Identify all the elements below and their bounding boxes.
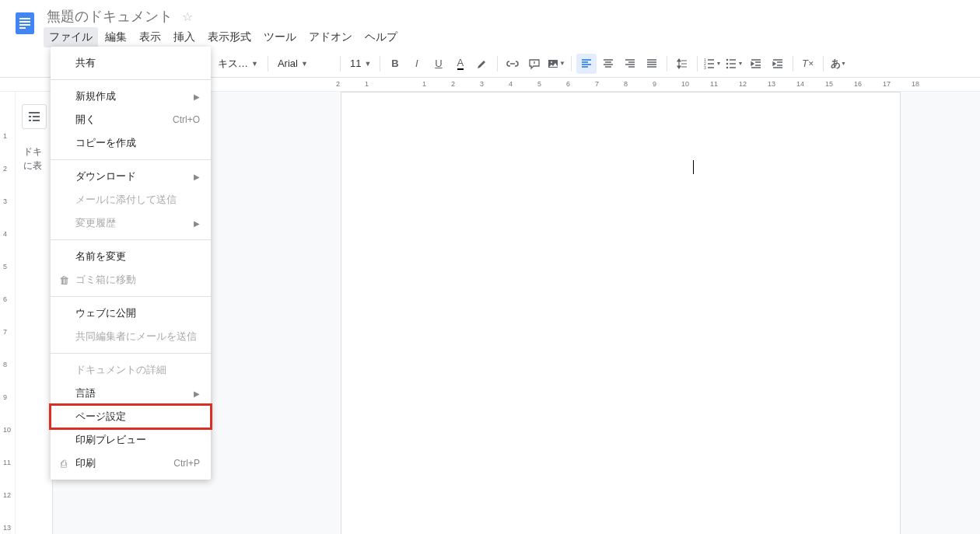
separator (497, 56, 498, 72)
bulleted-list-button[interactable]: ▼ (724, 54, 744, 74)
ruler-tick: 15 (825, 80, 833, 88)
outline-panel: ドキュメントに追加した見出しがここに表示されます。 ドキに表 (16, 92, 53, 534)
svg-point-6 (551, 61, 552, 63)
svg-rect-4 (19, 27, 26, 29)
ruler-tick: 6 (566, 80, 570, 88)
menu-item-print-preview[interactable]: 印刷プレビュー (51, 428, 211, 452)
outline-toggle-button[interactable] (22, 104, 47, 129)
ruler-tick: 7 (595, 80, 599, 88)
menu-item-make-copy[interactable]: コピーを作成 (51, 131, 211, 155)
menu-tools[interactable]: ツール (258, 27, 302, 47)
highlight-button[interactable] (472, 54, 492, 74)
menu-separator (51, 79, 211, 80)
menu-item-language[interactable]: 言語▶ (51, 382, 211, 405)
svg-rect-3 (19, 24, 30, 26)
ruler-tick: 1 (422, 80, 426, 88)
separator (571, 56, 572, 72)
ruler-tick: 9 (3, 393, 7, 401)
page[interactable] (341, 92, 901, 534)
insert-image-button[interactable]: ▼ (546, 54, 566, 74)
ruler-tick: 10 (681, 80, 689, 88)
shortcut-label: Ctrl+O (173, 114, 200, 125)
ruler-tick: 13 (3, 524, 11, 532)
bold-button[interactable]: B (385, 54, 405, 74)
menu-edit[interactable]: 編集 (100, 27, 132, 47)
print-icon: ⎙ (57, 458, 71, 469)
menu-item-doc-details: ドキュメントの詳細 (51, 358, 211, 382)
ruler-tick: 9 (653, 80, 656, 88)
align-left-button[interactable] (576, 54, 597, 74)
ruler-tick: 11 (710, 80, 718, 88)
menu-help[interactable]: ヘルプ (359, 27, 403, 47)
menu-item-email-collab: 共同編集者にメールを送信 (51, 325, 211, 348)
svg-rect-16 (29, 120, 31, 121)
chevron-down-icon: ▼ (301, 60, 308, 68)
menu-item-new[interactable]: 新規作成▶ (51, 85, 211, 108)
line-spacing-button[interactable] (672, 54, 692, 74)
menu-separator (51, 296, 211, 297)
text-color-button[interactable]: A (450, 54, 471, 74)
menu-separator (51, 239, 211, 240)
document-title[interactable]: 無題のドキュメント (44, 7, 176, 26)
separator (380, 56, 380, 72)
align-justify-button[interactable] (642, 54, 662, 74)
menu-item-open[interactable]: 開くCtrl+O (51, 108, 211, 131)
separator (268, 56, 268, 72)
align-center-button[interactable] (598, 54, 618, 74)
svg-point-10 (726, 58, 729, 61)
submenu-arrow-icon: ▶ (194, 173, 200, 181)
vertical-ruler[interactable]: 12345678910111213 (0, 92, 16, 534)
underline-button[interactable]: U (429, 54, 449, 74)
ruler-tick: 17 (883, 80, 891, 88)
font-select[interactable]: Arial▼ (273, 54, 335, 74)
svg-rect-2 (19, 21, 30, 23)
chevron-down-icon: ▼ (364, 60, 371, 68)
menu-item-page-setup[interactable]: ページ設定 (51, 405, 211, 428)
italic-button[interactable]: I (407, 54, 427, 74)
menubar: ファイル 編集 表示 挿入 表示形式 ツール アドオン ヘルプ (44, 26, 974, 48)
star-icon[interactable]: ☆ (182, 9, 193, 24)
ruler-tick: 2 (451, 80, 455, 88)
ruler-tick: 3 (3, 197, 7, 205)
font-size-select[interactable]: 11▼ (345, 54, 375, 74)
decrease-indent-button[interactable] (746, 54, 766, 74)
insert-comment-button[interactable] (524, 54, 544, 74)
input-tools-button[interactable]: あ▼ (828, 54, 849, 74)
menu-insert[interactable]: 挿入 (168, 27, 201, 47)
menu-item-publish-web[interactable]: ウェブに公開 (51, 302, 211, 325)
docs-logo-icon[interactable] (11, 9, 39, 37)
align-right-button[interactable] (620, 54, 640, 74)
menu-item-share[interactable]: 共有 (51, 51, 211, 75)
menu-item-print[interactable]: ⎙印刷Ctrl+P (51, 452, 211, 475)
svg-rect-13 (29, 112, 40, 113)
menu-format[interactable]: 表示形式 (202, 27, 257, 47)
numbered-list-button[interactable]: 123▼ (702, 54, 723, 74)
ruler-tick: 6 (3, 295, 7, 303)
chevron-down-icon: ▼ (251, 60, 258, 68)
style-select-label: キス… (218, 57, 248, 71)
ruler-tick: 8 (624, 80, 628, 88)
shortcut-label: Ctrl+P (173, 458, 200, 469)
clear-formatting-button[interactable]: T✕ (798, 54, 818, 74)
separator (340, 56, 341, 72)
font-name: Arial (278, 58, 298, 69)
separator (793, 56, 793, 72)
menu-view[interactable]: 表示 (134, 27, 166, 47)
ruler-tick: 2 (336, 80, 340, 88)
svg-rect-1 (19, 18, 30, 19)
menu-item-rename[interactable]: 名前を変更 (51, 245, 211, 268)
insert-link-button[interactable] (502, 54, 523, 74)
svg-rect-15 (33, 116, 40, 117)
submenu-arrow-icon: ▶ (194, 92, 200, 101)
outline-icon (27, 110, 41, 124)
ruler-tick: 4 (3, 230, 7, 238)
submenu-arrow-icon: ▶ (194, 389, 200, 398)
ruler-tick: 3 (480, 80, 484, 88)
submenu-arrow-icon: ▶ (194, 219, 200, 228)
menu-item-download[interactable]: ダウンロード▶ (51, 165, 211, 188)
ruler-tick: 14 (796, 80, 804, 88)
style-select[interactable]: キス…▼ (213, 54, 263, 74)
increase-indent-button[interactable] (768, 54, 788, 74)
menu-addons[interactable]: アドオン (303, 27, 358, 47)
menu-file[interactable]: ファイル (44, 27, 98, 47)
